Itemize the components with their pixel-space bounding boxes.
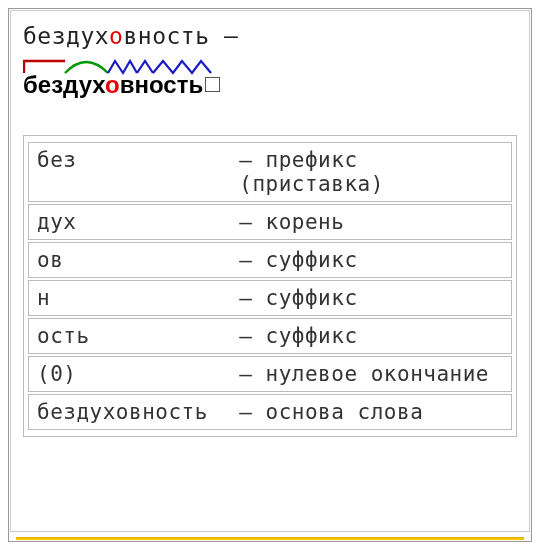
table-row: дух — корень <box>28 204 512 240</box>
desc-cell: — нулевое окончание <box>231 356 512 392</box>
morph-cell: ость <box>28 318 231 354</box>
desc-cell: — основа слова <box>231 394 512 430</box>
desc-cell: — префикс (приставка) <box>231 142 512 202</box>
morph-cell: без <box>28 142 231 202</box>
table-row: ов — суффикс <box>28 242 512 278</box>
morph-cell: ов <box>28 242 231 278</box>
table-row: н — суффикс <box>28 280 512 316</box>
morph-cell: бездуховность <box>28 394 231 430</box>
headline-dash: — <box>210 23 239 49</box>
headline: бездуховность — <box>23 23 517 49</box>
morpheme-table: без — префикс (приставка) дух — корень о… <box>28 140 512 432</box>
desc-cell: — суффикс <box>231 242 512 278</box>
morph-cell: (0) <box>28 356 231 392</box>
desc-cell: — суффикс <box>231 318 512 354</box>
headline-pre: бездух <box>23 23 109 49</box>
headline-post: вность <box>123 23 209 49</box>
morpheme-table-wrap: без — префикс (приставка) дух — корень о… <box>23 135 517 437</box>
table-row: ость — суффикс <box>28 318 512 354</box>
morph-cell: дух <box>28 204 231 240</box>
morpheme-diagram: бездуховность <box>23 71 220 99</box>
desc-cell: — суффикс <box>231 280 512 316</box>
bottom-accent-bar <box>16 537 524 540</box>
null-ending-box-icon <box>205 77 220 92</box>
inner-panel: бездуховность — бездуховность <box>10 10 530 532</box>
table-row: бездуховность — основа слова <box>28 394 512 430</box>
morph-cell: н <box>28 280 231 316</box>
word-pre: бездух <box>23 71 105 98</box>
diagram-word: бездуховность <box>23 71 203 98</box>
headline-highlight: о <box>109 23 123 49</box>
table-row: без — префикс (приставка) <box>28 142 512 202</box>
word-post: вность <box>120 71 203 98</box>
table-row: (0) — нулевое окончание <box>28 356 512 392</box>
outer-panel: бездуховность — бездуховность <box>8 8 532 542</box>
word-highlight: о <box>105 71 120 98</box>
desc-cell: — корень <box>231 204 512 240</box>
